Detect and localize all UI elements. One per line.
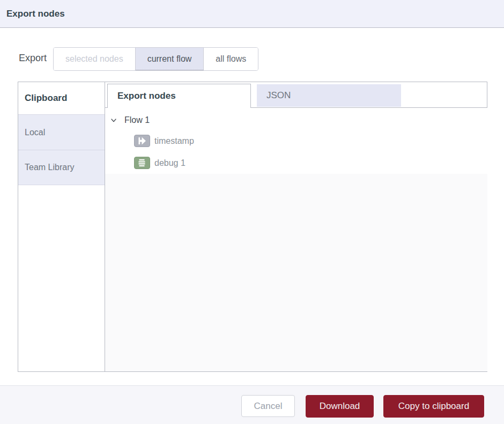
export-scope-label: Export	[19, 53, 47, 64]
dialog-header: Export nodes	[0, 0, 504, 28]
chevron-down-icon[interactable]	[110, 117, 117, 123]
dialog-title: Export nodes	[6, 9, 65, 19]
sidebar-item-local[interactable]: Local	[18, 114, 105, 150]
tab-export-nodes[interactable]: Export nodes	[107, 84, 251, 108]
node-label: debug 1	[154, 158, 186, 168]
library-sidebar: Clipboard Local Team Library	[18, 82, 105, 371]
scope-option-all-flows[interactable]: all flows	[203, 48, 258, 70]
cancel-button[interactable]: Cancel	[241, 395, 295, 417]
flow-tree-panel: Flow 1 timestamp	[105, 108, 487, 371]
sidebar-item-team-library[interactable]: Team Library	[18, 150, 105, 185]
node-label: timestamp	[154, 136, 194, 146]
scope-option-current-flow[interactable]: current flow	[135, 48, 204, 70]
export-main-panel: Clipboard Local Team Library Export node…	[18, 82, 487, 372]
download-button[interactable]: Download	[306, 395, 374, 418]
tree-row-flow[interactable]: Flow 1	[105, 111, 487, 130]
export-scope-row: Export selected nodes current flow all f…	[0, 47, 504, 71]
dialog-footer: Cancel Download Copy to clipboard	[0, 385, 504, 424]
flow-tree-rows: Flow 1 timestamp	[105, 108, 487, 174]
debug-lines-icon	[134, 157, 150, 169]
tree-row-node[interactable]: timestamp	[105, 130, 487, 152]
sidebar-header-clipboard: Clipboard	[18, 82, 105, 114]
scope-option-selected-nodes[interactable]: selected nodes	[54, 48, 135, 70]
tree-row-node[interactable]: debug 1	[105, 152, 487, 174]
export-nodes-dialog: Export nodes Export selected nodes curre…	[0, 0, 504, 424]
inject-arrow-icon	[134, 135, 150, 147]
export-scope-button-group: selected nodes current flow all flows	[53, 47, 258, 71]
flow-label: Flow 1	[124, 115, 150, 125]
tab-json[interactable]: JSON	[257, 84, 401, 107]
copy-to-clipboard-button[interactable]: Copy to clipboard	[383, 395, 484, 418]
